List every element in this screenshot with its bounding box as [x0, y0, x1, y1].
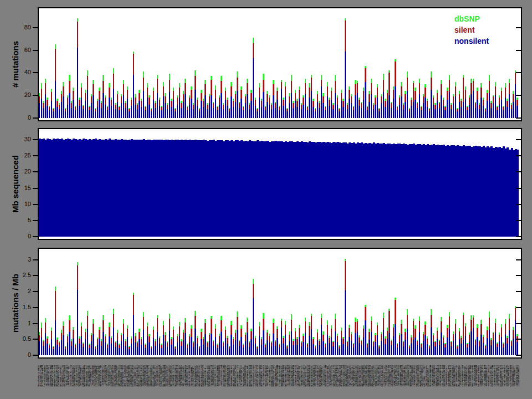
bar-segment-dbsnp — [243, 344, 244, 345]
bar-segment-silent — [453, 334, 454, 341]
bar-segment-silent — [423, 334, 424, 341]
bar-segment-nonsilent — [193, 347, 194, 355]
bar-segment-mb sequenced — [53, 139, 55, 237]
bar-segment-silent — [83, 344, 84, 347]
bar-segment-dbsnp — [55, 287, 56, 291]
bar-segment-nonsilent — [247, 332, 248, 355]
bar-segment-silent — [77, 22, 78, 48]
bar-segment-dbsnp — [171, 337, 172, 339]
bar-segment-mb sequenced — [341, 143, 343, 237]
bar-segment-dbsnp — [409, 108, 410, 109]
bar-segment-nonsilent — [395, 86, 396, 118]
bar-segment-nonsilent — [253, 58, 254, 118]
bar-segment-nonsilent — [349, 99, 350, 118]
bar-segment-nonsilent — [73, 339, 74, 355]
bar-segment-dbsnp — [191, 86, 192, 90]
bar-segment-silent — [101, 341, 102, 346]
bar-segment-silent — [495, 323, 496, 332]
bar-segment-nonsilent — [51, 101, 52, 118]
bar-segment-mb sequenced — [73, 139, 75, 237]
bar-segment-dbsnp — [321, 314, 322, 318]
bar-segment-silent — [429, 346, 430, 349]
bar-segment-nonsilent — [345, 290, 346, 355]
y-tick-right — [516, 155, 521, 156]
bar-segment-dbsnp — [265, 344, 266, 345]
bar-segment-nonsilent — [383, 330, 384, 355]
bar-segment-nonsilent — [331, 100, 332, 118]
bar-segment-nonsilent — [480, 335, 482, 355]
bar-segment-nonsilent — [321, 325, 322, 355]
bar-segment-silent — [197, 100, 198, 105]
y-tick-left — [33, 339, 38, 340]
bar-segment-nonsilent — [199, 349, 200, 355]
bar-segment-silent — [73, 91, 74, 100]
bar-segment-nonsilent — [213, 346, 214, 355]
bar-segment-mb sequenced — [485, 147, 487, 237]
bar-segment-silent — [397, 344, 398, 347]
bar-segment-dbsnp — [247, 318, 248, 322]
bar-segment-mb sequenced — [213, 140, 215, 237]
bar-segment-silent — [85, 93, 86, 101]
bar-segment-mb sequenced — [91, 140, 93, 237]
bar-segment-silent — [163, 325, 164, 335]
bar-segment-nonsilent — [57, 345, 58, 355]
bar-segment-nonsilent — [451, 109, 452, 118]
bar-segment-mb sequenced — [447, 145, 449, 237]
bar-segment-nonsilent — [89, 110, 90, 118]
bar-segment-nonsilent — [342, 344, 344, 355]
bar-segment-dbsnp — [511, 103, 512, 104]
bar-segment-mb sequenced — [377, 143, 379, 237]
bar-segment-dbsnp — [470, 315, 472, 320]
y-tick-right — [516, 323, 521, 324]
bar-segment-silent — [353, 107, 354, 110]
bar-segment-silent — [69, 320, 70, 332]
bar-segment-silent — [93, 324, 94, 334]
bar-segment-mb sequenced — [281, 141, 283, 237]
bar-segment-silent — [342, 339, 344, 344]
bar-segment-nonsilent — [473, 91, 474, 118]
bar-segment-silent — [477, 91, 478, 100]
bar-segment-mb sequenced — [261, 141, 263, 237]
bar-segment-dbsnp — [437, 328, 438, 331]
bar-segment-nonsilent — [299, 337, 300, 355]
bar-segment-nonsilent — [147, 98, 148, 118]
bar-segment-silent — [229, 347, 230, 349]
bar-segment-mb sequenced — [245, 141, 247, 237]
bar-segment-dbsnp — [63, 82, 64, 86]
bar-segment-nonsilent — [133, 75, 134, 118]
bar-segment-dbsnp — [361, 340, 362, 341]
bar-segment-nonsilent — [439, 345, 440, 355]
bar-segment-nonsilent — [207, 347, 208, 355]
bar-segment-nonsilent — [43, 346, 44, 355]
bar-segment-silent — [127, 90, 128, 99]
bar-segment-dbsnp — [415, 88, 416, 91]
bar-segment-silent — [461, 338, 462, 344]
bar-segment-dbsnp — [181, 101, 182, 103]
bar-segment-silent — [204, 84, 206, 95]
bar-segment-mb sequenced — [421, 145, 423, 237]
bar-segment-nonsilent — [317, 102, 318, 118]
bar-segment-dbsnp — [483, 98, 484, 100]
bar-segment-nonsilent — [131, 344, 132, 355]
bar-segment-nonsilent — [85, 101, 86, 118]
bar-segment-silent — [395, 62, 396, 86]
bar-segment-silent — [497, 107, 498, 110]
bar-segment-dbsnp — [127, 86, 128, 90]
bar-segment-nonsilent — [217, 110, 218, 118]
bar-segment-nonsilent — [363, 337, 364, 355]
bar-segment-dbsnp — [355, 318, 356, 322]
bar-segment-mb sequenced — [493, 148, 495, 237]
bar-segment-dbsnp — [485, 345, 486, 346]
bar-segment-nonsilent — [113, 328, 114, 355]
bar-segment-nonsilent — [296, 345, 298, 355]
bar-segment-dbsnp — [473, 315, 474, 318]
bar-segment-nonsilent — [287, 111, 288, 118]
bar-segment-silent — [51, 92, 52, 101]
bar-segment-dbsnp — [155, 339, 156, 341]
bar-segment-silent — [93, 84, 94, 95]
bar-segment-nonsilent — [63, 96, 64, 118]
bar-segment-dbsnp — [434, 103, 436, 104]
bar-segment-mb sequenced — [277, 141, 279, 237]
bar-segment-dbsnp — [73, 88, 74, 91]
bar-segment-silent — [305, 83, 306, 94]
